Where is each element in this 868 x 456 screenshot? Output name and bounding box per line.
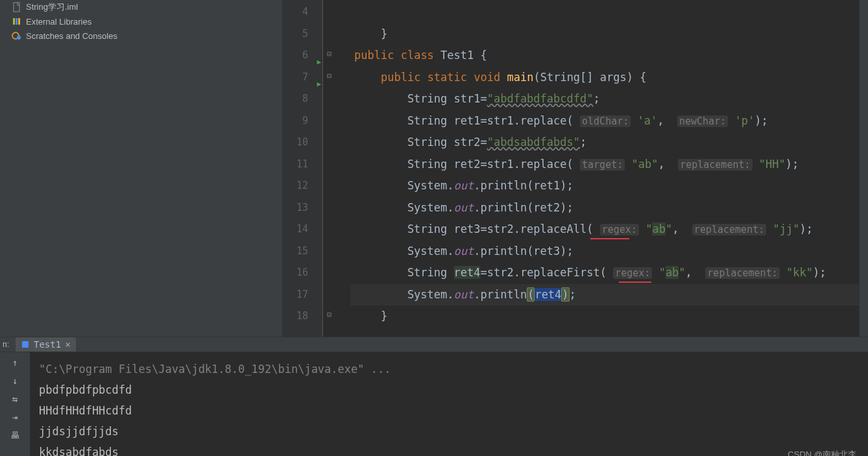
console-line: pbdfpbdfpbcdfd [39, 379, 859, 400]
line-number-gutter: 4 5 6▶ 7▶ 8 9 10 11 12 13 14 15 16 17 18 [283, 0, 323, 337]
run-tool-window: n: Test1 × ↑ ↓ ⇆ ⇥ 🖶 "C:\Program Files\J… [0, 337, 868, 456]
close-icon[interactable]: × [65, 339, 70, 350]
code-line: String str1="abdfabdfabcdfd"; [350, 88, 859, 110]
svg-rect-1 [13, 18, 15, 25]
svg-rect-6 [22, 341, 29, 348]
fold-icon[interactable]: ⊟ [327, 71, 332, 80]
code-line: public static void main(String[] args) { [350, 67, 859, 89]
run-tab-label: Test1 [34, 339, 61, 350]
watermark-text: CSDN @南种北李 [788, 444, 856, 456]
tree-item-label: Scratches and Consoles [26, 31, 117, 41]
tree-item-external-libraries[interactable]: External Libraries [0, 14, 282, 29]
tree-item-label: String学习.iml [26, 1, 78, 13]
code-line: } [350, 23, 859, 45]
file-icon [12, 2, 22, 12]
code-line: String ret3=str2.replaceAll( regex: "ab"… [350, 219, 859, 241]
console-output[interactable]: "C:\Program Files\Java\jdk1.8.0_192\bin\… [30, 352, 868, 456]
tree-item-label: External Libraries [26, 17, 91, 27]
code-line: public class Test1 { [350, 45, 859, 67]
run-toolbar: ↑ ↓ ⇆ ⇥ 🖶 [0, 352, 30, 456]
library-icon [12, 16, 22, 27]
code-line-current: System.out.println(ret4); [350, 284, 859, 306]
print-icon[interactable]: 🖶 [10, 430, 19, 440]
console-line: jjdsjjdfjjds [39, 421, 859, 442]
code-line: } [350, 306, 859, 328]
run-tab-active[interactable]: Test1 × [16, 337, 76, 352]
run-tabs: n: Test1 × [0, 337, 868, 352]
svg-rect-2 [16, 18, 18, 25]
console-line: HHdfHHdfHHcdfd [39, 400, 859, 421]
scroll-to-end-icon[interactable]: ⇥ [12, 412, 18, 422]
tab-run-icon [21, 340, 30, 349]
tree-item-scratches[interactable]: Scratches and Consoles [0, 29, 282, 43]
code-line: String ret2=str1.replace( target: "ab", … [350, 154, 859, 176]
project-sidebar[interactable]: String学习.iml External Libraries Scratche… [0, 0, 283, 337]
scratch-icon [12, 30, 22, 41]
svg-rect-3 [18, 18, 20, 25]
code-editor[interactable]: 4 5 6▶ 7▶ 8 9 10 11 12 13 14 15 16 17 18… [283, 0, 868, 337]
editor-minimap[interactable] [859, 0, 868, 337]
up-arrow-icon[interactable]: ↑ [12, 357, 18, 368]
fold-icon[interactable]: ⊟ [327, 49, 332, 58]
code-line: System.out.println(ret2); [350, 197, 859, 219]
code-line: System.out.println(ret3); [350, 241, 859, 263]
down-arrow-icon[interactable]: ↓ [12, 376, 18, 386]
console-line: kkdsabdfabds [39, 442, 859, 456]
tree-item-iml[interactable]: String学习.iml [0, 0, 282, 14]
run-prefix-label: n: [3, 340, 9, 349]
soft-wrap-icon[interactable]: ⇆ [12, 394, 18, 404]
fold-icon[interactable]: ⊟ [327, 310, 332, 319]
code-line [350, 1, 859, 23]
code-line: String str2="abdsabdfabds"; [350, 132, 859, 154]
code-line: System.out.println(ret1); [350, 175, 859, 197]
svg-rect-0 [14, 3, 19, 12]
code-area[interactable]: } public class Test1 { public static voi… [350, 0, 859, 337]
console-cmd: "C:\Program Files\Java\jdk1.8.0_192\bin\… [39, 359, 859, 379]
svg-point-5 [17, 36, 21, 40]
code-line: String ret1=str1.replace( oldChar: 'a', … [350, 110, 859, 132]
fold-column: ⊟ ⊟ ⊟ [323, 0, 350, 337]
code-line: String ret4=str2.replaceFirst( regex: "a… [350, 262, 859, 284]
